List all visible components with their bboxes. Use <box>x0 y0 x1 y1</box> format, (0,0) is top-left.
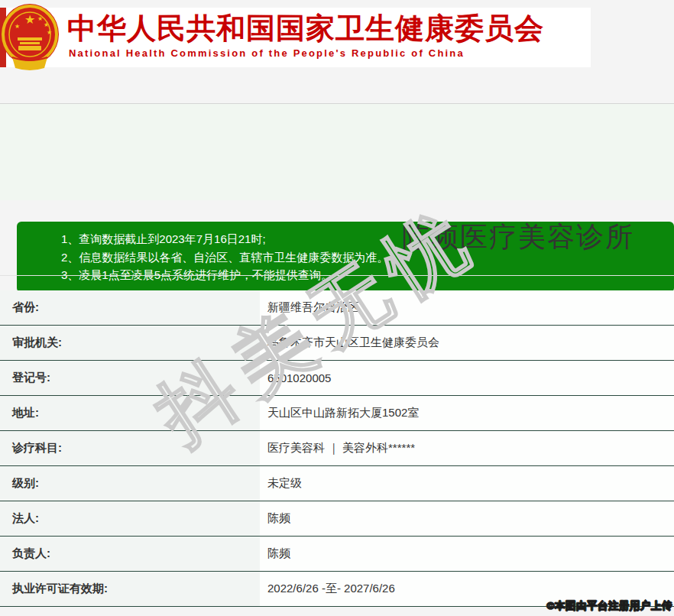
upload-attribution-badge: ©本图由平台注册用户上传 <box>547 599 672 613</box>
table-row: 登记号: 6501020005 <box>0 361 674 396</box>
field-label: 登记号: <box>0 361 260 395</box>
field-label: 执业许可证有效期: <box>0 572 260 606</box>
field-value: 新疆维吾尔自治区 <box>260 290 674 325</box>
title-divider <box>0 275 674 276</box>
license-info-table: 省份: 新疆维吾尔自治区 审批机关: 乌鲁木齐市天山区卫生健康委员会 登记号: … <box>0 290 674 607</box>
field-value: 陈频 <box>260 537 674 571</box>
svg-text:★: ★ <box>44 21 49 28</box>
field-value: 未定级 <box>260 466 674 501</box>
svg-text:★: ★ <box>47 29 52 36</box>
page: ★ ★ ★ ★ ★ 中华人民共和国国家卫生健康委员会 National Heal… <box>0 0 674 616</box>
field-label: 省份: <box>0 290 260 325</box>
field-value: 天山区中山路新拓大厦1502室 <box>260 396 674 430</box>
field-value: 陈频 <box>260 501 674 536</box>
field-label: 级别: <box>0 466 260 501</box>
field-label: 审批机关: <box>0 326 260 360</box>
notice-section: 1、查询数据截止到2023年7月16日21时; 2、信息数据结果以各省、自治区、… <box>0 104 674 200</box>
table-row: 地址: 天山区中山路新拓大厦1502室 <box>0 396 674 431</box>
table-row: 法人: 陈频 <box>0 501 674 537</box>
svg-text:★: ★ <box>24 13 35 26</box>
table-row: 诊疗科目: 医疗美容科 ｜ 美容外科****** <box>0 431 674 466</box>
field-label: 地址: <box>0 396 260 430</box>
site-title-cn: 中华人民共和国国家卫生健康委员会 <box>67 9 544 48</box>
svg-text:★: ★ <box>37 15 43 22</box>
table-row: 省份: 新疆维吾尔自治区 <box>0 290 674 326</box>
table-row: 负责人: 陈频 <box>0 537 674 572</box>
clinic-name-title: 陈频医疗美容诊所 <box>402 219 634 256</box>
svg-text:★: ★ <box>15 23 20 30</box>
site-title-en: National Health Commission of the People… <box>69 47 465 59</box>
national-emblem-icon: ★ ★ ★ ★ ★ <box>2 2 61 73</box>
field-value: 医疗美容科 ｜ 美容外科****** <box>260 431 674 465</box>
table-row: 级别: 未定级 <box>0 466 674 501</box>
table-row: 审批机关: 乌鲁木齐市天山区卫生健康委员会 <box>0 326 674 361</box>
field-value: 乌鲁木齐市天山区卫生健康委员会 <box>260 326 674 360</box>
field-label: 法人: <box>0 501 260 536</box>
field-label: 诊疗科目: <box>0 431 260 465</box>
field-value: 6501020005 <box>260 361 674 395</box>
field-label: 负责人: <box>0 537 260 571</box>
